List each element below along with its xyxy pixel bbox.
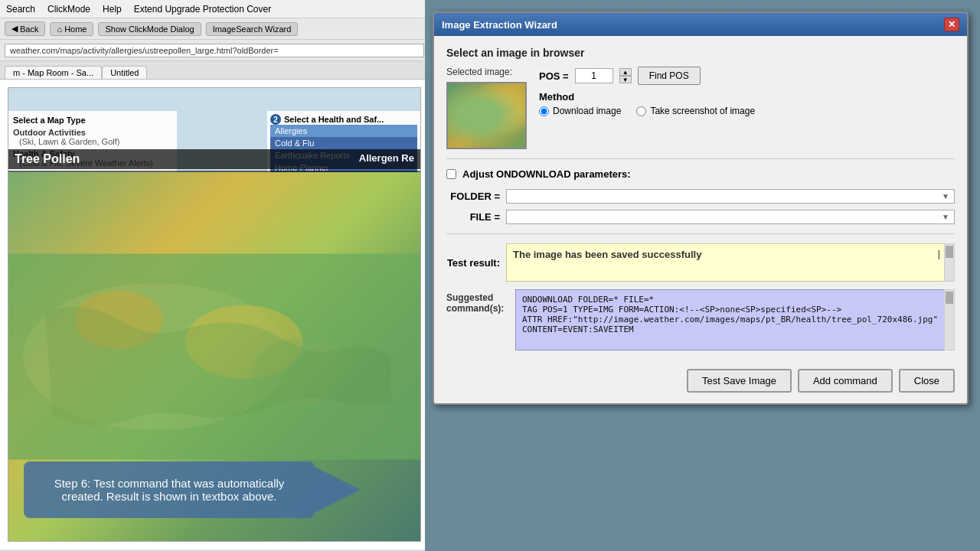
preview-map-graphic: [448, 83, 525, 148]
cursor-indicator: |: [938, 249, 940, 259]
radio-download-label: Download image: [553, 106, 621, 116]
health-panel-label: Select a Health and Saf...: [284, 115, 384, 124]
pollen-title: Tree Pollen: [15, 152, 80, 165]
find-pos-button[interactable]: Find POS: [638, 67, 701, 85]
back-button[interactable]: ◀ Back: [5, 21, 45, 36]
dialog-overlay: Image Extraction Wizard ✕ Select an imag…: [425, 0, 980, 551]
menu-search[interactable]: Search: [6, 4, 35, 15]
radio-screenshot[interactable]: Take screenshot of image: [636, 106, 755, 116]
address-bar-row: [0, 40, 429, 61]
radio-screenshot-input[interactable]: [636, 106, 646, 116]
test-result-row: Test result: The image has been saved su…: [446, 243, 955, 282]
pos-up-arrow[interactable]: ▲: [619, 68, 632, 76]
tooltip-arrow: [315, 467, 361, 513]
radio-row: Download image Take screenshot of image: [539, 106, 955, 116]
adjust-checkbox[interactable]: [446, 169, 456, 179]
suggested-box: ONDOWNLOAD FOLDER=* FILE=* TAG POS=1 TYP…: [515, 289, 955, 350]
radio-download-input[interactable]: [539, 106, 549, 116]
suggested-text: ONDOWNLOAD FOLDER=* FILE=* TAG POS=1 TYP…: [522, 295, 948, 334]
pos-row: POS = ▲ ▼ Find POS: [539, 67, 955, 85]
suggested-label: Suggested command(s):: [446, 289, 508, 350]
home-button[interactable]: ⌂ Home: [50, 22, 93, 36]
tooltip-text: Step 6: Test command that was automatica…: [54, 477, 285, 503]
method-label: Method: [539, 91, 955, 103]
tab-maproom[interactable]: m - Map Room - Sa...: [5, 66, 102, 79]
dialog-close-button[interactable]: ✕: [944, 18, 959, 31]
test-result-scrollbar[interactable]: [944, 243, 955, 282]
selected-image-section: Selected image:: [446, 67, 527, 149]
dialog-titlebar: Image Extraction Wizard ✕: [434, 13, 967, 36]
suggested-scrollbar-thumb: [946, 292, 953, 304]
suggested-scrollbar[interactable]: [944, 289, 955, 350]
test-save-image-button[interactable]: Test Save Image: [687, 369, 792, 393]
tab-bar: m - Map Room - Sa... Untitled: [0, 61, 429, 80]
pos-input[interactable]: [575, 68, 613, 83]
suggested-section: Suggested command(s): ONDOWNLOAD FOLDER=…: [446, 289, 955, 350]
browser-navbar: ◀ Back ⌂ Home Show ClickMode Dialog Imag…: [0, 18, 429, 40]
test-result-label: Test result:: [446, 257, 500, 269]
back-icon: ◀: [11, 24, 18, 34]
menu-help[interactable]: Help: [103, 4, 122, 15]
menu-clickmode[interactable]: ClickMode: [47, 4, 90, 15]
home-icon: ⌂: [57, 24, 62, 34]
address-input[interactable]: [5, 44, 424, 57]
test-result-text: The image has been saved successfully: [513, 249, 701, 260]
close-button[interactable]: Close: [899, 369, 955, 393]
method-row: Method Download image Take screenshot of…: [539, 91, 955, 116]
select-map-label: Select a Map Type: [13, 116, 172, 125]
section-title: Select an image in browser: [446, 47, 955, 59]
divider-2: [446, 233, 955, 234]
dialog-footer: Test Save Image Add command Close: [434, 361, 967, 403]
imagesearch-button[interactable]: ImageSearch Wizard: [206, 22, 299, 36]
test-result-box: The image has been saved successfully |: [506, 243, 955, 282]
sidebar-outdoor: Outdoor Activities: [13, 128, 172, 137]
pos-down-arrow[interactable]: ▼: [619, 76, 632, 83]
add-command-button[interactable]: Add command: [798, 369, 893, 393]
folder-row: FOLDER = ▼: [446, 189, 955, 204]
divider-1: [446, 158, 955, 159]
image-extraction-wizard: Image Extraction Wizard ✕ Select an imag…: [433, 11, 969, 405]
scrollbar-thumb: [946, 246, 953, 258]
pos-spinner: ▲ ▼: [619, 68, 632, 83]
file-row: FILE = ▼: [446, 210, 955, 224]
selected-image-label: Selected image:: [446, 67, 527, 77]
health-item-allergies[interactable]: Allergies: [270, 125, 417, 137]
folder-dropdown[interactable]: ▼: [506, 189, 955, 204]
file-dropdown[interactable]: ▼: [506, 210, 955, 224]
allergen-label: Allergen Re: [359, 152, 414, 164]
menu-extend[interactable]: Extend Upgrade Protection Cover: [134, 4, 271, 15]
file-label: FILE =: [446, 211, 500, 223]
dialog-body: Select an image in browser Selected imag…: [434, 36, 967, 361]
browser-menubar: Search ClickMode Help Extend Upgrade Pro…: [0, 0, 429, 18]
pollen-header: Tree Pollen Allergen Re: [8, 149, 420, 169]
map-section: Select a Map Type Outdoor Activities (Sk…: [8, 87, 421, 542]
adjust-label: Adjust ONDOWNLOAD parameters:: [462, 168, 631, 180]
tooltip-overlay: Step 6: Test command that was automatica…: [24, 461, 315, 518]
dialog-title: Image Extraction Wizard: [442, 19, 557, 31]
image-preview: [446, 82, 527, 149]
pos-method-section: POS = ▲ ▼ Find POS Method: [539, 67, 955, 116]
pos-label: POS =: [539, 70, 569, 82]
browser-content: Select a Map Type Outdoor Activities (Sk…: [0, 80, 429, 549]
browser-window: Search ClickMode Help Extend Upgrade Pro…: [0, 0, 429, 551]
folder-dropdown-arrow: ▼: [942, 192, 949, 201]
step-2-badge: 2: [270, 114, 281, 125]
radio-screenshot-label: Take screenshot of image: [650, 106, 755, 116]
clickmode-button[interactable]: Show ClickMode Dialog: [98, 22, 201, 36]
radio-download[interactable]: Download image: [539, 106, 621, 116]
file-dropdown-arrow: ▼: [942, 213, 949, 221]
tab-untitled[interactable]: Untitled: [102, 66, 147, 79]
health-item-coldflu[interactable]: Cold & Flu: [270, 137, 417, 149]
sidebar-outdoor-items: (Ski, Lawn & Garden, Golf): [13, 137, 172, 146]
folder-label: FOLDER =: [446, 191, 500, 202]
selected-image-row: Selected image: POS = ▲ ▼ Find PO: [446, 67, 955, 149]
adjust-row: Adjust ONDOWNLOAD parameters:: [446, 168, 955, 180]
test-result-section: Test result: The image has been saved su…: [446, 243, 955, 282]
